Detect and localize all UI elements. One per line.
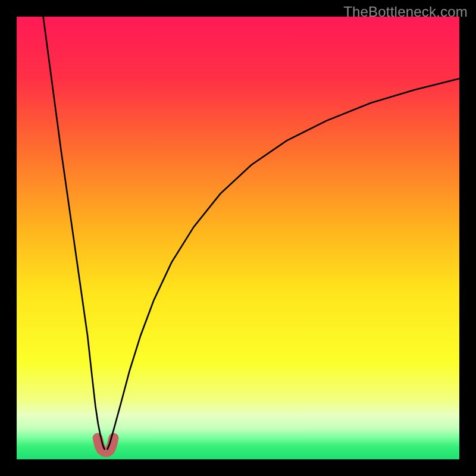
curve-right-limb <box>108 79 459 449</box>
plot-area <box>17 17 459 459</box>
watermark-text: TheBottleneck.com <box>343 4 468 20</box>
curve-layer <box>17 17 459 459</box>
chart-frame: TheBottleneck.com <box>0 0 476 476</box>
curve-left-limb <box>43 17 105 449</box>
